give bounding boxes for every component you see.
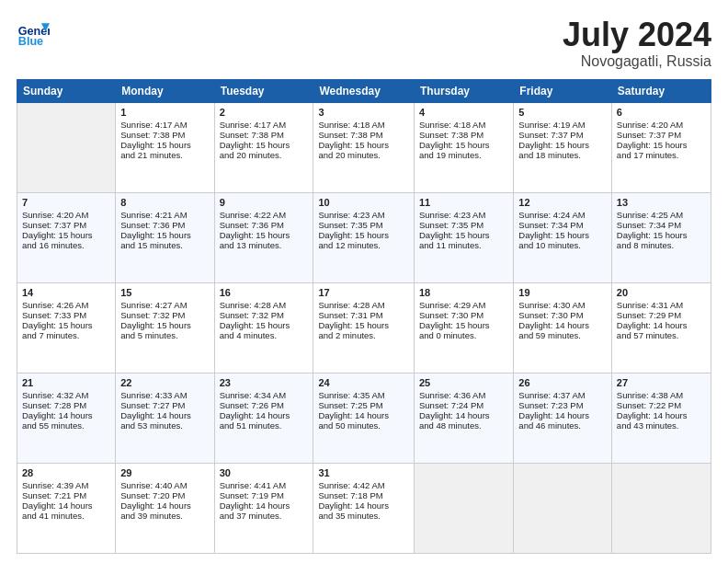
day-info: Daylight: 14 hours [120,500,209,511]
day-info: Sunset: 7:37 PM [617,130,706,140]
day-number: 28 [22,467,110,478]
day-info: and 4 minutes. [220,330,309,340]
day-info: and 16 minutes. [22,240,110,250]
day-info: and 41 minutes. [22,511,110,521]
day-info: and 50 minutes. [318,420,409,431]
week-row-4: 21Sunrise: 4:32 AMSunset: 7:28 PMDayligh… [17,373,711,463]
day-info: Daylight: 14 hours [419,410,508,420]
day-info: Sunrise: 4:29 AM [419,300,508,310]
day-info: Sunset: 7:26 PM [220,400,309,410]
day-info: and 15 minutes. [120,240,209,250]
day-info: and 35 minutes. [318,511,409,521]
day-info: Daylight: 15 hours [220,320,309,330]
day-cell: 13Sunrise: 4:25 AMSunset: 7:34 PMDayligh… [611,192,711,282]
day-info: Sunrise: 4:42 AM [318,480,409,490]
day-cell: 29Sunrise: 4:40 AMSunset: 7:20 PMDayligh… [116,463,214,553]
day-info: Daylight: 14 hours [220,500,309,511]
day-info: Sunset: 7:38 PM [419,130,508,140]
day-info: Sunset: 7:31 PM [318,310,409,320]
day-info: and 43 minutes. [617,420,706,431]
day-info: Sunset: 7:30 PM [419,310,508,320]
day-info: Daylight: 15 hours [22,320,110,330]
day-cell: 3Sunrise: 4:18 AMSunset: 7:38 PMDaylight… [313,102,415,192]
day-cell: 4Sunrise: 4:18 AMSunset: 7:38 PMDaylight… [415,102,514,192]
day-number: 11 [419,197,508,208]
day-info: and 57 minutes. [617,330,706,340]
day-info: Sunset: 7:33 PM [22,310,110,320]
day-info: Sunrise: 4:36 AM [419,390,508,400]
day-info: Sunset: 7:30 PM [518,310,607,320]
week-row-1: 1Sunrise: 4:17 AMSunset: 7:38 PMDaylight… [17,102,711,192]
day-cell: 10Sunrise: 4:23 AMSunset: 7:35 PMDayligh… [313,192,415,282]
day-number: 3 [318,107,409,118]
day-cell: 23Sunrise: 4:34 AMSunset: 7:26 PMDayligh… [214,373,313,463]
weekday-header-wednesday: Wednesday [313,79,415,102]
day-info: Sunrise: 4:17 AM [120,120,209,130]
day-info: Daylight: 15 hours [617,230,706,240]
day-info: Daylight: 15 hours [120,140,209,150]
day-number: 21 [22,377,110,388]
day-info: Daylight: 14 hours [518,320,607,330]
day-number: 9 [220,197,309,208]
day-info: and 13 minutes. [220,240,309,250]
day-info: and 18 minutes. [518,150,607,160]
day-info: Daylight: 14 hours [120,410,209,420]
day-cell [17,102,116,192]
day-number: 12 [518,197,607,208]
week-row-5: 28Sunrise: 4:39 AMSunset: 7:21 PMDayligh… [17,463,711,553]
day-info: Sunrise: 4:39 AM [22,480,110,490]
day-cell: 26Sunrise: 4:37 AMSunset: 7:23 PMDayligh… [514,373,612,463]
day-info: Sunset: 7:21 PM [22,490,110,500]
day-info: Sunset: 7:22 PM [617,400,706,410]
day-number: 30 [220,467,309,478]
day-info: Sunset: 7:29 PM [617,310,706,320]
day-info: Sunrise: 4:25 AM [617,210,706,220]
day-info: Sunset: 7:38 PM [318,130,409,140]
day-info: Sunrise: 4:32 AM [22,390,110,400]
day-info: Sunset: 7:37 PM [22,220,110,230]
day-number: 29 [120,467,209,478]
day-info: Daylight: 14 hours [617,320,706,330]
day-info: Sunset: 7:23 PM [518,400,607,410]
day-info: Sunrise: 4:38 AM [617,390,706,400]
day-info: and 39 minutes. [120,511,209,521]
day-number: 31 [318,467,409,478]
day-info: Sunrise: 4:37 AM [518,390,607,400]
day-info: Daylight: 15 hours [518,140,607,150]
day-info: Daylight: 15 hours [120,320,209,330]
day-info: Sunrise: 4:27 AM [120,300,209,310]
logo-icon: General Blue [17,17,50,50]
day-number: 6 [617,107,706,118]
day-info: and 17 minutes. [617,150,706,160]
day-info: Sunset: 7:38 PM [120,130,209,140]
day-cell: 25Sunrise: 4:36 AMSunset: 7:24 PMDayligh… [415,373,514,463]
day-cell: 5Sunrise: 4:19 AMSunset: 7:37 PMDaylight… [514,102,612,192]
day-info: Daylight: 15 hours [220,230,309,240]
day-cell: 12Sunrise: 4:24 AMSunset: 7:34 PMDayligh… [514,192,612,282]
day-info: Sunset: 7:35 PM [318,220,409,230]
day-info: Sunset: 7:24 PM [419,400,508,410]
weekday-header-tuesday: Tuesday [214,79,313,102]
day-cell: 21Sunrise: 4:32 AMSunset: 7:28 PMDayligh… [17,373,116,463]
day-info: Sunset: 7:38 PM [220,130,309,140]
day-info: Sunrise: 4:19 AM [518,120,607,130]
day-info: Sunrise: 4:41 AM [220,480,309,490]
day-number: 5 [518,107,607,118]
day-info: Sunset: 7:36 PM [120,220,209,230]
day-info: Sunrise: 4:24 AM [518,210,607,220]
day-cell: 30Sunrise: 4:41 AMSunset: 7:19 PMDayligh… [214,463,313,553]
day-number: 22 [120,377,209,388]
day-info: and 37 minutes. [220,511,309,521]
day-info: Daylight: 15 hours [419,230,508,240]
day-cell [611,463,711,553]
day-info: Daylight: 14 hours [220,410,309,420]
day-info: Daylight: 14 hours [617,410,706,420]
title-block: July 2024 Novogagatli, Russia [563,17,711,70]
day-info: Daylight: 15 hours [419,140,508,150]
day-info: and 7 minutes. [22,330,110,340]
day-number: 16 [220,287,309,298]
day-info: and 55 minutes. [22,420,110,431]
day-info: Daylight: 15 hours [318,230,409,240]
day-info: Sunset: 7:34 PM [617,220,706,230]
day-info: Sunset: 7:25 PM [318,400,409,410]
